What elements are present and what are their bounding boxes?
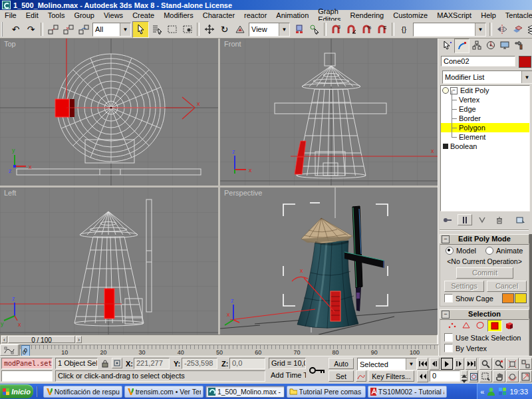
radio-animate[interactable]: Animate — [485, 247, 523, 255]
maxscript-mini-listener-pink[interactable]: modPanel.setC — [1, 358, 53, 369]
key-mode-toggle-button[interactable] — [417, 370, 428, 382]
time-slider-button[interactable]: 0 / 100 — [8, 336, 75, 343]
stack-item-edit-poly[interactable]: −Edit Poly — [441, 86, 529, 95]
x-coord-field[interactable]: 221,277 — [134, 358, 170, 369]
select-and-scale-button[interactable] — [232, 22, 247, 37]
tab-modify[interactable] — [454, 39, 469, 53]
modifier-enabled-bulb-icon[interactable] — [442, 87, 449, 94]
toolbar-grip[interactable] — [1, 22, 7, 37]
select-and-manipulate-button[interactable] — [307, 22, 322, 37]
cage-color-swatch-2[interactable] — [515, 293, 527, 303]
stack-item-vertex[interactable]: Vertex — [441, 95, 529, 104]
key-filters-button[interactable]: Key Filters... — [368, 370, 414, 382]
snap-toggle-3d-button[interactable]: 3 — [329, 22, 344, 37]
taskbar-task[interactable]: Notificación de respuest... — [43, 386, 122, 398]
select-and-move-button[interactable] — [201, 22, 217, 37]
layer-manager-button[interactable] — [525, 22, 532, 37]
tab-create[interactable] — [440, 39, 454, 52]
clock[interactable]: 19:33 — [509, 388, 528, 396]
auto-key-button[interactable]: Auto Key — [329, 358, 354, 369]
chevron-down-icon[interactable]: ▼ — [521, 71, 532, 83]
pin-stack-button[interactable] — [440, 214, 455, 225]
time-slider-next-button[interactable]: › — [76, 336, 82, 343]
tab-hierarchy[interactable] — [469, 39, 483, 52]
make-unique-button[interactable] — [475, 214, 489, 225]
radio-animate-icon[interactable] — [485, 247, 493, 255]
menu-item-group[interactable]: Group — [69, 11, 99, 20]
menu-item-tentacles[interactable]: Tentacles — [501, 11, 532, 20]
align-button[interactable] — [509, 22, 525, 37]
border-mode-button[interactable] — [473, 320, 487, 331]
stack-item-edge[interactable]: Edge — [441, 104, 529, 114]
tab-motion[interactable] — [483, 39, 497, 52]
maxscript-mini-listener-white[interactable] — [1, 370, 53, 382]
undo-button[interactable]: ↶ — [8, 22, 23, 37]
bind-to-space-warp-button[interactable] — [76, 22, 91, 37]
messenger-tray-icon[interactable] — [487, 387, 495, 396]
app-icon[interactable] — [2, 1, 11, 9]
region-zoom-button[interactable] — [479, 370, 492, 382]
cancel-button[interactable]: Cancel — [487, 281, 527, 292]
use-stack-selection-checkbox[interactable]: Use Stack Selection — [444, 333, 521, 342]
track-bar[interactable]: 0 0102030405060708090100 — [0, 344, 438, 356]
stack-item-polygon[interactable]: Polygon — [441, 123, 529, 132]
title-bar[interactable]: 1_500_Molino.max - Autodesk 3ds Max 8 - … — [0, 0, 532, 10]
time-slider-prev-button[interactable]: ‹ — [1, 336, 7, 343]
zoom-extents-button[interactable] — [506, 358, 519, 370]
viewport-perspective-label[interactable]: Perspective — [224, 189, 262, 197]
stack-item-boolean[interactable]: Boolean — [441, 142, 529, 151]
reference-coordinate-dropdown[interactable]: View ▼ — [249, 23, 290, 37]
selection-filter-dropdown[interactable]: All ▼ — [92, 23, 131, 37]
previous-frame-button[interactable] — [430, 358, 440, 370]
object-color-swatch[interactable] — [519, 56, 531, 68]
key-scope-dropdown[interactable]: Selected ▼ — [357, 358, 417, 370]
modifier-stack-list[interactable]: −Edit PolyVertexEdgeBorderPolygonElement… — [440, 85, 530, 211]
frame-spinner[interactable] — [461, 370, 467, 382]
settings-button[interactable]: Settings — [444, 281, 484, 292]
modifier-list-dropdown[interactable]: Modifier List ▼ — [442, 70, 532, 84]
pan-button[interactable] — [493, 370, 505, 382]
add-time-tag[interactable]: Add Time Tag — [269, 370, 306, 382]
by-vertex-checkbox[interactable]: By Vertex — [444, 344, 487, 352]
menu-item-rendering[interactable]: Rendering — [345, 11, 388, 20]
menu-item-maxscript[interactable]: MAXScript — [432, 11, 476, 20]
viewport-front[interactable]: x z x Front — [220, 39, 438, 186]
element-mode-button[interactable] — [503, 320, 516, 331]
zoom-button[interactable] — [479, 358, 492, 370]
selection-lock-button[interactable] — [100, 358, 110, 368]
play-button[interactable] — [441, 358, 453, 370]
viewport-left[interactable]: z y x Left — [0, 188, 218, 334]
menu-item-animation[interactable]: Animation — [271, 11, 313, 20]
z-coord-field[interactable]: 0,0 — [229, 358, 265, 369]
menu-item-character[interactable]: Character — [198, 11, 239, 20]
set-keys-big-key-button[interactable] — [308, 359, 327, 382]
time-slider-track[interactable]: ‹ 0 / 100 › — [0, 334, 438, 344]
menu-item-modifiers[interactable]: Modifiers — [159, 11, 198, 20]
named-selection-dropdown[interactable]: ▼ — [413, 23, 486, 37]
go-to-start-button[interactable] — [417, 358, 428, 370]
set-key-button[interactable]: Set Key — [329, 370, 354, 382]
collapse-icon[interactable]: − — [442, 311, 450, 319]
cage-color-swatch-1[interactable] — [502, 293, 514, 303]
select-by-name-button[interactable] — [149, 22, 164, 37]
absolute-offset-toggle[interactable] — [112, 358, 122, 368]
viewport-perspective[interactable]: x z x Perspective — [220, 188, 438, 334]
commit-button[interactable]: Commit — [456, 267, 513, 279]
select-object-button[interactable] — [132, 21, 149, 38]
viewport-front-label[interactable]: Front — [224, 40, 241, 48]
checkbox-icon[interactable] — [444, 333, 453, 342]
go-to-end-button[interactable] — [466, 358, 477, 370]
taskbar-task[interactable]: Tutorial Pere comas 3d — [287, 386, 366, 398]
min-max-toggle-button[interactable] — [519, 370, 532, 382]
current-frame-field[interactable]: 0 — [430, 370, 460, 382]
mirror-button[interactable] — [494, 22, 509, 37]
configure-modifier-sets-button[interactable] — [513, 214, 528, 225]
remove-modifier-button[interactable] — [492, 214, 507, 225]
stack-item-element[interactable]: Element — [441, 132, 529, 142]
panel-scrollbar[interactable] — [529, 234, 532, 356]
radio-model[interactable]: Model — [446, 247, 476, 255]
viewport-left-label[interactable]: Left — [4, 189, 16, 197]
menu-item-customize[interactable]: Customize — [388, 11, 432, 20]
object-name-field[interactable]: Cone02 — [441, 56, 515, 66]
chevron-down-icon[interactable]: ▼ — [279, 23, 289, 36]
